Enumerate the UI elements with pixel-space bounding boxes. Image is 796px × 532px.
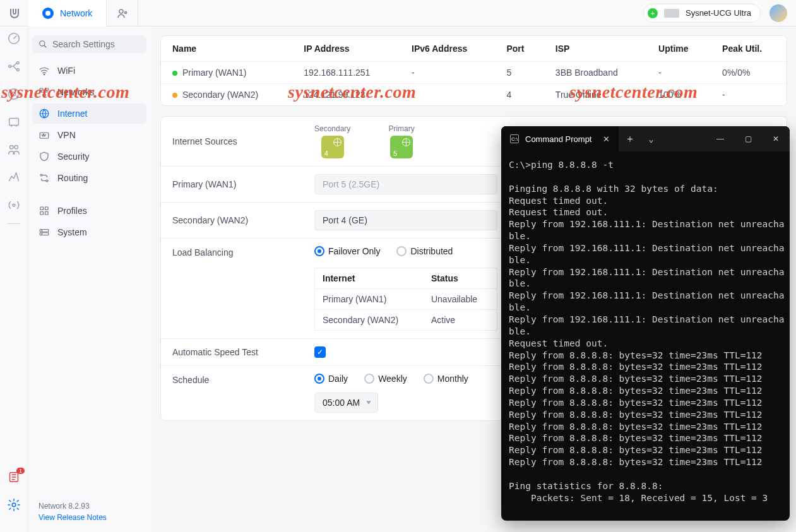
sidebar-item-security[interactable]: Security	[32, 146, 146, 167]
terminal-tab-title: Command Prompt	[525, 134, 591, 144]
wifi-icon	[39, 65, 50, 76]
insights-icon[interactable]	[7, 170, 21, 184]
tab-dropdown-icon[interactable]: ⌄	[641, 126, 660, 151]
svg-rect-23	[40, 207, 44, 210]
device-icon[interactable]	[7, 115, 21, 129]
sidebar-item-label: System	[57, 227, 87, 237]
col-header[interactable]: Peak Util.	[711, 36, 787, 62]
radio-label: Weekly	[378, 374, 407, 384]
schedule-time-select[interactable]: 05:00 AM	[314, 393, 378, 413]
window-close-button[interactable]: ✕	[762, 126, 790, 151]
port-number: 4	[324, 150, 328, 157]
topology-icon[interactable]	[7, 59, 21, 73]
svg-point-6	[9, 89, 20, 100]
app-tab-network[interactable]: Network	[28, 0, 107, 27]
lb-row: Secondary (WAN2)Active	[315, 310, 497, 331]
col-header[interactable]: IP Address	[292, 36, 400, 62]
wan-table-card: NameIP AddressIPv6 AddressPortISPUptimeP…	[160, 35, 787, 106]
globe-icon	[402, 138, 410, 146]
app-tab-users[interactable]	[107, 0, 138, 27]
col-header[interactable]: Port	[495, 36, 544, 62]
primary-wan-select[interactable]: Port 5 (2.5GE)	[314, 174, 497, 194]
svg-point-13	[12, 503, 16, 507]
tab-close-icon[interactable]: ✕	[603, 134, 610, 144]
col-header: Internet	[315, 268, 424, 289]
svg-point-15	[44, 74, 45, 75]
svg-rect-25	[40, 212, 44, 215]
auto-speed-test-checkbox[interactable]: ✓	[314, 346, 326, 358]
sidebar-footer: Network 8.2.93 View Release Notes	[32, 498, 146, 526]
radio-dot-icon	[424, 374, 434, 384]
status-dot-icon	[172, 71, 177, 76]
terminal-titlebar[interactable]: C:\ Command Prompt ✕ ＋ ⌄ — ▢ ✕	[501, 126, 790, 151]
sidebar-item-label: WiFi	[57, 66, 75, 76]
radios-icon[interactable]	[7, 198, 21, 212]
terminal-tab[interactable]: C:\ Command Prompt ✕	[501, 126, 619, 151]
col-header[interactable]: Uptime	[647, 36, 711, 62]
sidebar-item-routing[interactable]: Routing	[32, 168, 146, 188]
sidebar-item-label: Profiles	[57, 206, 87, 216]
col-header: Status	[424, 268, 497, 289]
user-avatar[interactable]	[769, 4, 787, 22]
rail-divider	[8, 223, 20, 224]
sidebar-item-vpn[interactable]: VPN	[32, 125, 146, 145]
secondary-wan-select[interactable]: Port 4 (GE)	[314, 210, 497, 230]
sidebar-item-label: Internet	[57, 109, 87, 119]
load-balancing-radio[interactable]: Failover Only	[314, 246, 380, 256]
version-label: Network 8.2.93	[39, 502, 90, 511]
routing-icon	[39, 172, 50, 184]
search-settings-input[interactable]: Search Settings	[32, 35, 146, 53]
col-header[interactable]: ISP	[544, 36, 647, 62]
window-minimize-button[interactable]: —	[706, 126, 734, 151]
wan-row[interactable]: Secondary (WAN2) 124.121.99.123-4True On…	[161, 84, 787, 106]
window-maximize-button[interactable]: ▢	[734, 126, 762, 151]
wan-row[interactable]: Primary (WAN1) 192.168.111.251-53BB Broa…	[161, 62, 787, 84]
radio-dot-icon	[314, 374, 324, 384]
device-selector[interactable]: + Sysnet-UCG Ultra	[643, 4, 761, 23]
sidebar-item-wifi[interactable]: WiFi	[32, 61, 146, 81]
schedule-radio[interactable]: Monthly	[424, 374, 468, 384]
dashboard-icon[interactable]	[7, 32, 21, 45]
ubiquiti-logo-icon[interactable]	[0, 0, 28, 27]
svg-rect-8	[9, 119, 19, 126]
clients-icon[interactable]	[7, 143, 21, 157]
schedule-radio[interactable]: Weekly	[364, 374, 407, 384]
sidebar-item-networks[interactable]: Networks	[32, 82, 146, 102]
new-tab-button[interactable]: ＋	[619, 126, 641, 151]
icon-rail	[0, 27, 28, 532]
internet-icon	[39, 108, 50, 119]
notifications-icon[interactable]	[7, 470, 21, 484]
settings-icon[interactable]	[7, 498, 21, 512]
status-online-icon: +	[648, 8, 658, 18]
label: Schedule	[172, 374, 314, 385]
label: Load Balancing	[172, 246, 314, 257]
gauge-icon[interactable]	[7, 87, 21, 101]
svg-point-30	[42, 233, 42, 234]
load-balancing-radio[interactable]: Distributed	[396, 246, 453, 256]
tile-label: Primary	[388, 124, 414, 133]
sidebar-item-internet[interactable]: Internet	[32, 103, 146, 124]
port-tile[interactable]: Primary 5	[388, 124, 414, 158]
tile-label: Secondary	[314, 124, 350, 133]
svg-point-10	[15, 146, 18, 150]
port-number: 5	[393, 150, 397, 157]
load-balance-status-table: Internet Status Primary (WAN1)Unavailabl…	[314, 268, 497, 331]
release-notes-link[interactable]: View Release Notes	[39, 513, 140, 522]
schedule-radio[interactable]: Daily	[314, 374, 348, 384]
col-header[interactable]: Name	[161, 36, 292, 62]
sidebar-item-profiles[interactable]: Profiles	[32, 201, 146, 221]
svg-point-14	[40, 41, 45, 46]
terminal-output[interactable]: C:\>ping 8.8.8.8 -t Pinging 8.8.8.8 with…	[501, 151, 790, 521]
svg-point-1	[124, 11, 126, 13]
label: Internet Sources	[172, 136, 314, 146]
radio-dot-icon	[364, 374, 374, 384]
sidebar-item-system[interactable]: System	[32, 222, 146, 242]
col-header[interactable]: IPv6 Address	[400, 36, 495, 62]
lb-row: Primary (WAN1)Unavailable	[315, 289, 497, 310]
port-tile[interactable]: Secondary 4	[314, 124, 350, 158]
svg-rect-26	[45, 212, 49, 215]
system-icon	[39, 227, 50, 238]
command-prompt-window: C:\ Command Prompt ✕ ＋ ⌄ — ▢ ✕ C:\>ping …	[501, 126, 790, 521]
search-placeholder: Search Settings	[52, 39, 115, 49]
svg-point-0	[119, 9, 123, 13]
